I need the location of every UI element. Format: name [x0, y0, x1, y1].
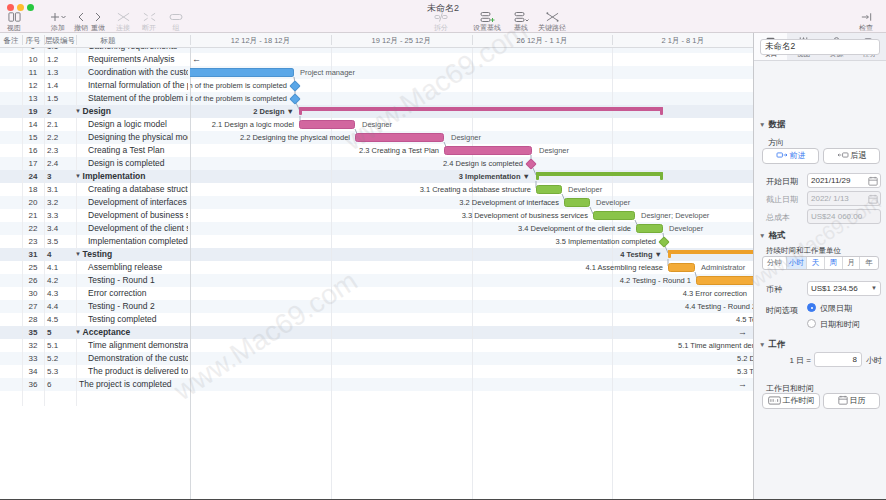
task-title: ▼ Implementation — [75, 170, 188, 183]
task-title: Assembling release — [75, 261, 188, 274]
work-hours-icon — [768, 396, 781, 405]
task-title: Testing completed — [75, 313, 188, 326]
row-number: 28 — [22, 313, 44, 326]
gantt-resource-label: Administrator — [701, 261, 745, 274]
gantt-task-label: 4.5 Testing completed — [736, 313, 753, 326]
row-wbs: 4 — [47, 248, 73, 261]
row-wbs: 1.3 — [47, 66, 73, 79]
end-date-field: 2022/ 1/13 — [807, 191, 881, 206]
gantt-task-label: 5.3 The product is delivered to the cust… — [737, 365, 753, 378]
unit-option[interactable]: 小时 — [787, 257, 808, 269]
header-separator — [22, 35, 23, 45]
gantt-task-label: 2.2 Designing the physical model — [240, 131, 350, 144]
row-wbs: 4.2 — [47, 274, 73, 287]
column-header[interactable]: 标题 — [101, 33, 116, 48]
gantt-resource-label: Developer — [669, 222, 703, 235]
disclosure-triangle-icon[interactable]: ▼ — [75, 108, 83, 114]
unit-option[interactable]: 年 — [860, 257, 878, 269]
gantt-bar[interactable] — [668, 263, 695, 272]
toolbar-inspect-button[interactable]: 检查 — [839, 11, 886, 32]
direction-backward-button[interactable]: 后退 — [823, 148, 880, 164]
unit-option[interactable]: 月 — [843, 257, 861, 269]
gantt-bar[interactable] — [444, 146, 532, 155]
gantt-summary-bar[interactable] — [536, 172, 663, 180]
header-separator — [76, 35, 77, 45]
gantt-bar[interactable] — [536, 185, 562, 194]
gantt-task-label: 3.3 Development of business services — [462, 209, 588, 222]
gantt-bar[interactable] — [355, 133, 444, 142]
time-option-radio[interactable]: 仅限日期 — [807, 303, 852, 315]
gantt-task-label: 2.1 Design a logic model — [212, 118, 294, 131]
unit-option[interactable]: 周 — [825, 257, 843, 269]
gantt-bar[interactable] — [190, 68, 294, 77]
column-header[interactable]: 序号 — [26, 33, 41, 48]
row-number: 31 — [22, 248, 44, 261]
task-title: Testing - Round 2 — [75, 300, 188, 313]
toolbar-group-button[interactable]: 组 — [149, 11, 203, 32]
gantt-offscreen-arrow-icon: ← — [192, 53, 201, 66]
row-number: 24 — [22, 170, 44, 183]
gantt-bar[interactable] — [696, 276, 753, 285]
task-title: Development of interfaces — [75, 196, 188, 209]
disclosure-triangle-icon: ▼ — [759, 341, 765, 348]
gantt-summary-bar[interactable] — [299, 107, 663, 115]
task-title: ▼ Design — [75, 105, 188, 118]
disclosure-triangle-icon[interactable]: ▼ — [75, 173, 83, 179]
calendar-icon[interactable] — [868, 176, 878, 190]
week-header: 19 12月 - 25 12月 — [372, 33, 431, 48]
unit-option[interactable]: 分钟 — [763, 257, 787, 269]
duration-units-segmented: 分钟小时天周月年 — [762, 256, 879, 270]
currency-dropdown[interactable]: US$1 234.56▼ — [807, 281, 881, 296]
row-number: 20 — [22, 196, 44, 209]
disclosure-triangle-icon[interactable]: ▼ — [75, 329, 83, 335]
section-work[interactable]: ▼工作 — [759, 339, 785, 351]
row-wbs: 3.5 — [47, 235, 73, 248]
row-wbs: 3 — [47, 170, 73, 183]
direction-forward-button[interactable]: 前进 — [762, 148, 819, 164]
row-number: 25 — [22, 261, 44, 274]
row-wbs: 4.3 — [47, 287, 73, 300]
disclosure-triangle-icon: ▼ — [759, 232, 765, 239]
column-header[interactable]: 备注 — [4, 33, 19, 48]
inspect-icon — [839, 11, 886, 23]
time-option-radio[interactable]: 日期和时间 — [807, 319, 860, 331]
gantt-summary-bar[interactable] — [668, 250, 753, 258]
day-equals-label: 1 日 = — [766, 355, 811, 366]
row-number: 32 — [22, 339, 44, 352]
gantt-task-label: 3.5 Implementation completed — [556, 235, 656, 248]
row-number: 11 — [22, 66, 44, 79]
gantt-bar[interactable] — [299, 120, 355, 129]
row-number: 34 — [22, 365, 44, 378]
row-wbs: 1.5 — [47, 92, 73, 105]
week-header: 26 12月 - 1 1月 — [516, 33, 567, 48]
gantt-task-label: 4.4 Testing - Round 2 — [685, 300, 753, 313]
row-wbs: 3.4 — [47, 222, 73, 235]
column-header[interactable]: 层级编号 — [45, 33, 75, 48]
section-data[interactable]: ▼数据 — [759, 119, 785, 131]
row-number: 12 — [22, 79, 44, 92]
start-date-field[interactable]: 2021/11/29 — [807, 173, 881, 188]
gantt-bar[interactable] — [564, 198, 590, 207]
section-format[interactable]: ▼格式 — [759, 230, 785, 242]
gantt-task-label: 2 Design ▼ — [253, 105, 294, 118]
row-wbs: 2.2 — [47, 131, 73, 144]
row-number: 26 — [22, 274, 44, 287]
gantt-bar[interactable] — [636, 224, 663, 233]
row-wbs: 6 — [47, 378, 73, 391]
project-name-field[interactable] — [760, 39, 880, 55]
task-title: Coordination with the customer — [75, 66, 188, 79]
gantt-bar[interactable] — [593, 211, 635, 220]
toolbar-critical-path-button[interactable]: 关键路径 — [525, 11, 579, 32]
table-header: 备注序号层级编号标题12 12月 - 18 12月19 12月 - 25 12月… — [0, 33, 753, 48]
row-wbs: 1.4 — [47, 79, 73, 92]
work-hours-button[interactable]: 工作时间 — [762, 393, 820, 409]
header-separator — [612, 35, 613, 45]
disclosure-triangle-icon[interactable]: ▼ — [75, 251, 83, 257]
calendar-icon — [868, 194, 878, 208]
calendar-button[interactable]: 日历 — [823, 393, 880, 409]
unit-option[interactable]: 天 — [807, 257, 825, 269]
row-wbs: 4.1 — [47, 261, 73, 274]
calendar-icon — [838, 395, 848, 405]
gantt-task-label: 4 Testing ▼ — [620, 248, 662, 261]
hours-per-day-input[interactable] — [814, 352, 862, 367]
